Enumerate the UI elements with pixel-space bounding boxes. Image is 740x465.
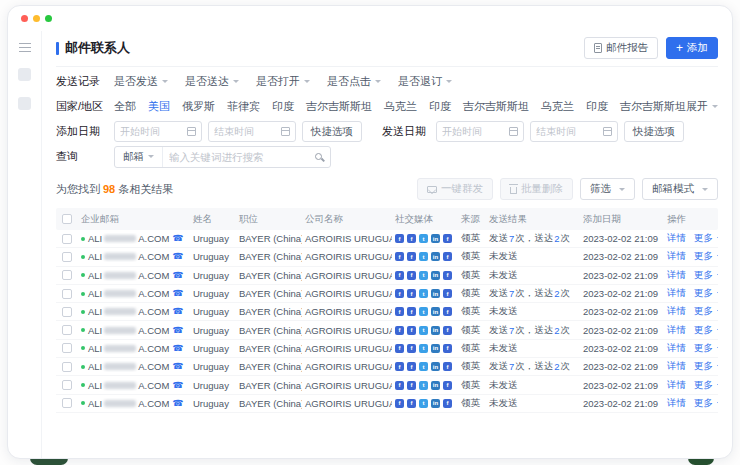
more-link[interactable]: 更多 — [694, 397, 718, 410]
region-filter-item[interactable]: 乌克兰 — [384, 99, 417, 114]
row-checkbox[interactable] — [62, 307, 72, 317]
sidebar-item-1[interactable] — [18, 68, 31, 81]
more-link[interactable]: 更多 — [694, 287, 718, 300]
close-window-button[interactable] — [21, 15, 28, 22]
select-all-checkbox[interactable] — [62, 214, 72, 224]
row-checkbox[interactable] — [62, 380, 72, 390]
facebook-icon[interactable]: f — [407, 326, 416, 335]
linkedin-icon[interactable]: in — [431, 307, 440, 316]
result-count-link[interactable]: 7 — [509, 361, 514, 372]
facebook-icon[interactable]: f — [407, 289, 416, 298]
phone-icon[interactable]: ☎ — [172, 252, 183, 261]
detail-link[interactable]: 详情 — [667, 232, 686, 245]
twitter-icon[interactable]: t — [419, 234, 428, 243]
detail-link[interactable]: 详情 — [667, 287, 686, 300]
row-checkbox[interactable] — [62, 362, 72, 372]
facebook-icon[interactable]: f — [395, 307, 404, 316]
twitter-icon[interactable]: t — [419, 307, 428, 316]
facebook-icon[interactable]: f — [395, 252, 404, 261]
result-count-link[interactable]: 7 — [509, 325, 514, 336]
facebook-icon[interactable]: f — [407, 307, 416, 316]
send-date-end-input[interactable] — [530, 121, 618, 142]
facebook-icon[interactable]: f — [407, 362, 416, 371]
facebook-icon[interactable]: f — [443, 234, 452, 243]
facebook-icon[interactable]: f — [395, 344, 404, 353]
detail-link[interactable]: 详情 — [667, 324, 686, 337]
phone-icon[interactable]: ☎ — [172, 344, 183, 353]
add-date-start-input[interactable] — [114, 121, 202, 142]
facebook-icon[interactable]: f — [443, 289, 452, 298]
facebook-icon[interactable]: f — [395, 381, 404, 390]
region-filter-item[interactable]: 菲律宾 — [227, 99, 260, 114]
region-filter-item[interactable]: 全部 — [114, 99, 136, 114]
send-record-dropdown[interactable]: 是否退订 — [398, 74, 452, 89]
facebook-icon[interactable]: f — [407, 252, 416, 261]
linkedin-icon[interactable]: in — [431, 381, 440, 390]
linkedin-icon[interactable]: in — [431, 289, 440, 298]
phone-icon[interactable]: ☎ — [172, 399, 183, 408]
facebook-icon[interactable]: f — [395, 234, 404, 243]
send-record-dropdown[interactable]: 是否发送 — [114, 74, 168, 89]
more-link[interactable]: 更多 — [694, 324, 718, 337]
facebook-icon[interactable]: f — [443, 362, 452, 371]
add-date-end-field[interactable] — [214, 126, 281, 137]
result-count-link[interactable]: 7 — [509, 288, 514, 299]
more-link[interactable]: 更多 — [694, 269, 718, 282]
phone-icon[interactable]: ☎ — [172, 326, 183, 335]
linkedin-icon[interactable]: in — [431, 234, 440, 243]
more-link[interactable]: 更多 — [694, 250, 718, 263]
more-link[interactable]: 更多 — [694, 360, 718, 373]
facebook-icon[interactable]: f — [443, 326, 452, 335]
phone-icon[interactable]: ☎ — [172, 271, 183, 280]
detail-link[interactable]: 详情 — [667, 305, 686, 318]
facebook-icon[interactable]: f — [395, 271, 404, 280]
send-date-end-field[interactable] — [536, 126, 603, 137]
detail-link[interactable]: 详情 — [667, 397, 686, 410]
facebook-icon[interactable]: f — [407, 344, 416, 353]
add-button[interactable]: + 添加 — [666, 37, 718, 59]
result-count-link[interactable]: 2 — [554, 288, 559, 299]
region-filter-item[interactable]: 乌克兰 — [541, 99, 574, 114]
phone-icon[interactable]: ☎ — [172, 307, 183, 316]
facebook-icon[interactable]: f — [395, 362, 404, 371]
more-link[interactable]: 更多 — [694, 379, 718, 392]
send-record-dropdown[interactable]: 是否打开 — [256, 74, 310, 89]
facebook-icon[interactable]: f — [407, 399, 416, 408]
row-checkbox[interactable] — [62, 270, 72, 280]
facebook-icon[interactable]: f — [443, 344, 452, 353]
linkedin-icon[interactable]: in — [431, 252, 440, 261]
expand-button[interactable]: 展开 — [686, 99, 718, 114]
row-checkbox[interactable] — [62, 252, 72, 262]
detail-link[interactable]: 详情 — [667, 342, 686, 355]
batch-delete-button[interactable]: 批量删除 — [500, 178, 573, 200]
mode-button[interactable]: 邮箱模式 — [642, 178, 718, 200]
add-date-end-input[interactable] — [208, 121, 296, 142]
facebook-icon[interactable]: f — [395, 289, 404, 298]
linkedin-icon[interactable]: in — [431, 399, 440, 408]
linkedin-icon[interactable]: in — [431, 362, 440, 371]
send-record-dropdown[interactable]: 是否送达 — [185, 74, 239, 89]
send-date-start-field[interactable] — [442, 126, 509, 137]
facebook-icon[interactable]: f — [443, 271, 452, 280]
row-checkbox[interactable] — [62, 325, 72, 335]
region-filter-item[interactable]: 吉尔吉斯斯坦 — [463, 99, 529, 114]
search-icon[interactable] — [315, 153, 322, 160]
facebook-icon[interactable]: f — [395, 326, 404, 335]
phone-icon[interactable]: ☎ — [172, 362, 183, 371]
facebook-icon[interactable]: f — [407, 271, 416, 280]
facebook-icon[interactable]: f — [443, 399, 452, 408]
linkedin-icon[interactable]: in — [431, 326, 440, 335]
linkedin-icon[interactable]: in — [431, 344, 440, 353]
detail-link[interactable]: 详情 — [667, 269, 686, 282]
region-filter-item[interactable]: 吉尔吉斯斯坦 — [306, 99, 372, 114]
more-link[interactable]: 更多 — [694, 232, 718, 245]
minimize-window-button[interactable] — [33, 15, 40, 22]
result-count-link[interactable]: 2 — [554, 361, 559, 372]
region-filter-item[interactable]: 俄罗斯 — [182, 99, 215, 114]
email-report-button[interactable]: 邮件报告 — [584, 37, 658, 59]
region-filter-item[interactable]: 印度 — [586, 99, 608, 114]
add-date-quick-button[interactable]: 快捷选项 — [302, 121, 362, 142]
twitter-icon[interactable]: t — [419, 381, 428, 390]
add-date-start-field[interactable] — [120, 126, 187, 137]
send-record-dropdown[interactable]: 是否点击 — [327, 74, 381, 89]
